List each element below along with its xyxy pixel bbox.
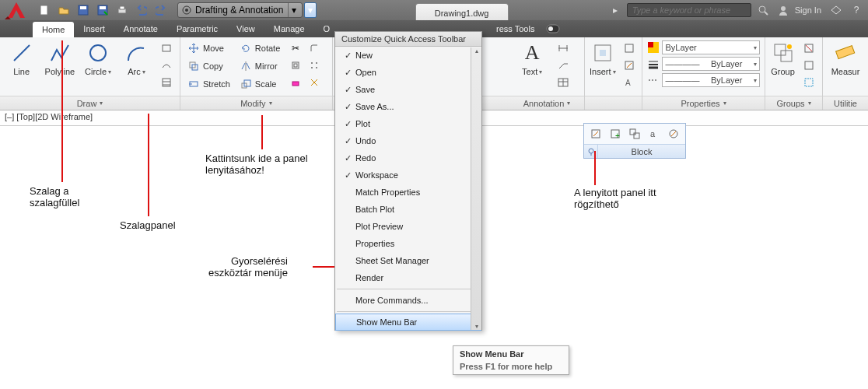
color-combo[interactable]: ByLayer▾	[662, 40, 760, 54]
attr-icon[interactable]: A	[621, 75, 638, 90]
group-bbox-icon[interactable]	[800, 75, 817, 90]
rect-icon[interactable]	[158, 40, 175, 56]
chevron-down-icon[interactable]: ▾	[288, 3, 299, 17]
tab-insert[interactable]: Insert	[74, 20, 114, 37]
qat-item-new[interactable]: ✓New	[335, 47, 481, 64]
leader-icon[interactable]	[555, 58, 572, 73]
new-icon[interactable]	[36, 2, 53, 18]
qat-item-plot[interactable]: ✓Plot	[335, 115, 481, 132]
edit-block-icon[interactable]	[587, 126, 604, 142]
qat-item-batchplot[interactable]: Batch Plot	[335, 201, 481, 218]
svg-rect-4	[80, 6, 86, 9]
create-block-icon[interactable]: +	[607, 126, 624, 142]
tab-manage[interactable]: Manage	[264, 20, 314, 37]
explode-icon[interactable]	[306, 75, 323, 90]
dim-linear-icon[interactable]	[555, 40, 572, 56]
qat-item-render[interactable]: Render	[335, 269, 481, 286]
qat-item-matchprop[interactable]: Match Properties	[335, 184, 481, 201]
plot-icon[interactable]	[114, 2, 131, 18]
move-button[interactable]: Move	[185, 40, 233, 56]
circle-button[interactable]: Circle▾	[82, 40, 115, 76]
search-input[interactable]	[627, 3, 751, 17]
fillet-icon[interactable]	[306, 40, 323, 56]
tab-annotate[interactable]: Annotate	[114, 20, 167, 37]
lineweight-icon[interactable]	[647, 58, 659, 70]
linetype-icon[interactable]	[647, 74, 659, 86]
rotate-button[interactable]: Rotate	[237, 40, 282, 56]
stretch-button[interactable]: Stretch	[185, 76, 233, 92]
qat-dropdown-button[interactable]: ▾	[304, 2, 317, 18]
insert-button[interactable]: Insert▾	[590, 40, 616, 76]
attr-def-icon[interactable]: a	[646, 126, 663, 142]
lineweight-combo[interactable]: ———— ByLayer▾	[662, 57, 760, 71]
app-logo[interactable]	[0, 0, 33, 20]
edit-block-icon[interactable]	[621, 58, 638, 73]
trim-icon[interactable]: ✂	[287, 40, 304, 56]
user-icon[interactable]	[775, 2, 792, 18]
polyline-button[interactable]: Polyline	[43, 40, 76, 76]
panel-draw-title[interactable]: Draw▾	[0, 96, 180, 110]
qat-item-menubar[interactable]: Show Menu Bar	[335, 314, 481, 331]
tab-view[interactable]: View	[227, 20, 264, 37]
block-ref-icon[interactable]	[626, 126, 643, 142]
pin-icon[interactable]	[584, 145, 598, 158]
qat-item-open[interactable]: ✓Open	[335, 64, 481, 81]
color-icon[interactable]	[647, 41, 659, 54]
document-title: Drawing1.dwg	[435, 9, 489, 18]
panel-utilities-title[interactable]: Utilitie	[823, 96, 868, 110]
ungroup-icon[interactable]	[800, 40, 817, 56]
array-icon[interactable]	[306, 58, 323, 73]
create-block-icon[interactable]	[621, 40, 638, 56]
table-icon[interactable]	[555, 75, 572, 90]
panel-groups-title[interactable]: Groups▾	[765, 96, 822, 110]
linetype-combo[interactable]: ———— ByLayer▾	[662, 73, 760, 87]
chevron-right-icon[interactable]: ▸	[607, 2, 624, 18]
spline-icon[interactable]	[158, 58, 175, 73]
erase-icon[interactable]	[287, 75, 304, 90]
panel-block-title[interactable]	[585, 96, 642, 110]
tab-express[interactable]: ress Tools	[487, 20, 544, 37]
qat-item-plotpreview[interactable]: Plot Preview	[335, 218, 481, 235]
svg-line-68	[671, 131, 676, 136]
save-icon[interactable]	[75, 2, 92, 18]
offset-icon[interactable]	[287, 58, 304, 73]
measure-button[interactable]: Measur	[828, 40, 863, 76]
saveas-icon[interactable]	[94, 2, 111, 18]
workspace-combo[interactable]: Drafting & Annotation ▾	[177, 2, 303, 18]
arc-button[interactable]: Arc▾	[120, 40, 153, 76]
tab-parametric[interactable]: Parametric	[167, 20, 227, 37]
mirror-button[interactable]: Mirror	[237, 58, 282, 74]
qat-item-properties[interactable]: Properties	[335, 235, 481, 252]
svg-point-33	[316, 67, 317, 68]
qat-item-undo[interactable]: ✓Undo	[335, 132, 481, 149]
qat-item-redo[interactable]: ✓Redo	[335, 149, 481, 166]
copy-button[interactable]: Copy	[185, 58, 233, 74]
open-icon[interactable]	[55, 2, 72, 18]
qat-item-saveas[interactable]: ✓Save As...	[335, 98, 481, 115]
scale-button[interactable]: Scale	[237, 76, 282, 92]
line-button[interactable]: Line	[5, 40, 38, 76]
panel-annotation-title[interactable]: Annotation▾	[509, 96, 584, 110]
panel-modify-title[interactable]: Modify▾	[180, 96, 332, 110]
floating-panel-block[interactable]: + a Block	[583, 123, 686, 159]
hatch-icon[interactable]	[158, 75, 175, 90]
undo-icon[interactable]	[133, 2, 150, 18]
attr-edit-icon[interactable]	[665, 126, 682, 142]
qat-item-workspace[interactable]: ✓Workspace	[335, 166, 481, 184]
signin-button[interactable]: Sign In	[795, 5, 821, 15]
qat-item-save[interactable]: ✓Save	[335, 81, 481, 98]
group-edit-icon[interactable]	[800, 58, 817, 73]
redo-icon[interactable]	[152, 2, 170, 18]
document-title-tab[interactable]: Drawing1.dwg	[415, 3, 509, 20]
search-icon[interactable]	[754, 2, 772, 18]
tab-focus-icon[interactable]	[544, 20, 562, 37]
scrollbar[interactable]: ▴▾	[471, 47, 481, 330]
qat-item-more[interactable]: More Commands...	[335, 292, 481, 309]
text-button[interactable]: A Text▾	[514, 40, 550, 76]
exchange-icon[interactable]	[828, 2, 845, 18]
group-button[interactable]: Group	[770, 40, 796, 76]
qat-item-ssm[interactable]: Sheet Set Manager	[335, 252, 481, 269]
tab-home[interactable]: Home	[33, 22, 74, 37]
panel-properties-title[interactable]: Properties▾	[642, 96, 765, 110]
help-icon[interactable]: ?	[848, 2, 865, 18]
